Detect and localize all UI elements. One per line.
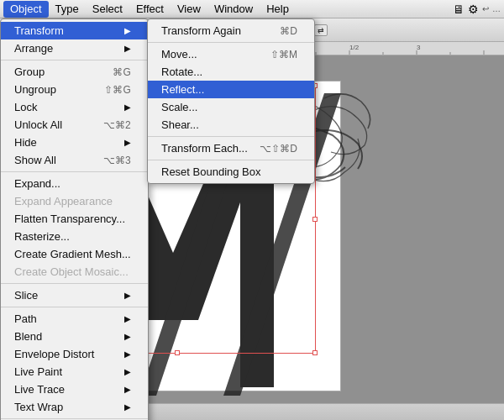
shortcut-label: ⌥⌘2 (103, 119, 131, 131)
shortcut-label: ⇧⌘G (104, 84, 130, 96)
submenu-scale[interactable]: Scale... (148, 98, 314, 116)
divider (148, 42, 314, 43)
shortcut-label: ⇧⌘M (270, 49, 297, 60)
menu-help[interactable]: Help (260, 1, 296, 18)
arrow-icon: ▶ (124, 102, 131, 112)
arrow-icon: ▶ (124, 26, 131, 35)
menu-object[interactable]: Object (3, 1, 49, 18)
shortcut-label: ⌘D (280, 25, 297, 37)
divider (1, 171, 148, 172)
shortcut-label: ⌥⌘3 (103, 155, 131, 166)
menu-effect[interactable]: Effect (129, 1, 171, 18)
submenu-transform-again[interactable]: Transform Again ⌘D (148, 22, 314, 39)
arrow-icon: ▶ (124, 332, 131, 341)
menu-item-envelope[interactable]: Envelope Distort ▶ (1, 345, 148, 363)
menu-item-group[interactable]: Group ⌘G (1, 63, 148, 81)
menu-item-live-trace[interactable]: Live Trace ▶ (1, 381, 148, 398)
menu-item-expand-appearance: Expand Appearance (1, 192, 148, 210)
arrow-icon: ▶ (124, 291, 131, 300)
menu-item-transform[interactable]: Transform ▶ (1, 22, 148, 39)
submenu-move[interactable]: Move... ⇧⌘M (148, 45, 314, 63)
menu-item-text-wrap[interactable]: Text Wrap ▶ (1, 398, 148, 416)
arrow-icon: ▶ (124, 349, 131, 359)
arrow-icon: ▶ (124, 385, 131, 394)
divider (148, 136, 314, 137)
arrow-icon: ▶ (124, 367, 131, 376)
divider (1, 283, 148, 284)
arrow-icon: ▶ (124, 138, 131, 147)
menu-view[interactable]: View (171, 1, 207, 18)
arrow-icon: ▶ (124, 402, 131, 412)
svg-text:3: 3 (417, 44, 421, 51)
submenu-rotate[interactable]: Rotate... (148, 63, 314, 81)
menu-item-object-mosaic: Create Object Mosaic... (1, 263, 148, 281)
menu-item-hide[interactable]: Hide ▶ (1, 134, 148, 151)
menu-item-gradient-mesh[interactable]: Create Gradient Mesh... (1, 245, 148, 263)
arrow-icon: ▶ (124, 314, 131, 323)
window-icon-1: 🖥 (453, 3, 465, 16)
divider (1, 307, 148, 307)
menu-item-live-paint[interactable]: Live Paint ▶ (1, 363, 148, 381)
window-icon-2: ⚙ (468, 3, 479, 16)
menu-item-path[interactable]: Path ▶ (1, 310, 148, 328)
menu-item-show-all[interactable]: Show All ⌥⌘3 (1, 151, 148, 169)
flip-icon[interactable]: ⇄ (314, 24, 328, 36)
transform-submenu: Transform Again ⌘D Move... ⇧⌘M Rotate...… (147, 18, 315, 184)
divider (1, 60, 148, 60)
submenu-shear[interactable]: Shear... (148, 116, 314, 134)
menu-item-expand[interactable]: Expand... (1, 175, 148, 192)
svg-text:1/2: 1/2 (349, 44, 360, 51)
submenu-reflect[interactable]: Reflect... (148, 81, 314, 98)
menu-item-lock[interactable]: Lock ▶ (1, 98, 148, 116)
window-icon-4: … (492, 4, 501, 13)
divider (148, 160, 314, 160)
divider (1, 418, 148, 419)
menu-type[interactable]: Type (49, 1, 86, 18)
menu-item-rasterize[interactable]: Rasterize... (1, 228, 148, 245)
arrow-icon: ▶ (124, 44, 131, 53)
menu-item-blend[interactable]: Blend ▶ (1, 328, 148, 345)
submenu-transform-each[interactable]: Transform Each... ⌥⇧⌘D (148, 139, 314, 157)
menu-item-ungroup[interactable]: Ungroup ⇧⌘G (1, 81, 148, 98)
window-icon-3: ↩ (482, 4, 489, 13)
menu-item-unlock-all[interactable]: Unlock All ⌥⌘2 (1, 116, 148, 134)
dropdown-container: Transform ▶ Arrange ▶ Group ⌘G Ungroup ⇧… (0, 18, 149, 420)
menu-window[interactable]: Window (207, 1, 260, 18)
menubar: Object Type Select Effect View Window He… (0, 0, 504, 18)
menu-select[interactable]: Select (86, 1, 129, 18)
submenu-reset-bounding-box[interactable]: Reset Bounding Box (148, 163, 314, 181)
object-menu: Transform ▶ Arrange ▶ Group ⌘G Ungroup ⇧… (0, 18, 149, 420)
menu-item-slice[interactable]: Slice ▶ (1, 286, 148, 304)
shortcut-label: ⌘G (113, 66, 130, 78)
menu-item-arrange[interactable]: Arrange ▶ (1, 39, 148, 57)
shortcut-label: ⌥⇧⌘D (260, 143, 297, 155)
menu-item-flatten[interactable]: Flatten Transparency... (1, 210, 148, 228)
